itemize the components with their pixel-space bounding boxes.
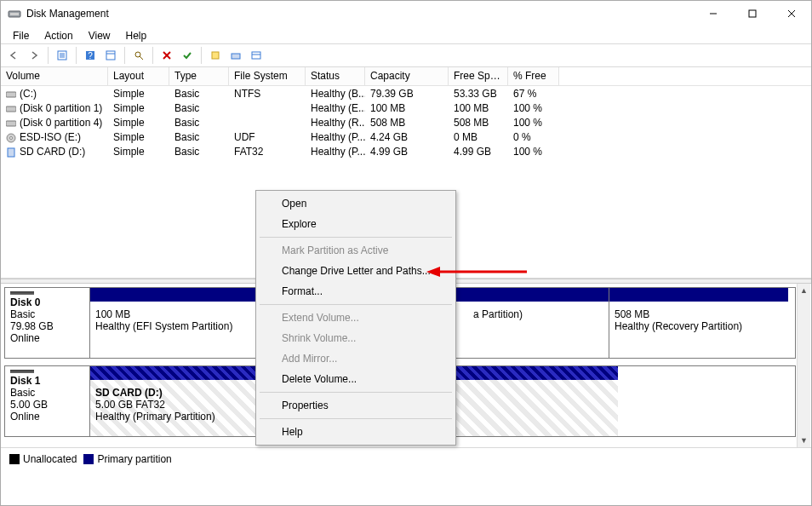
volume-status: Healthy (B...: [306, 88, 365, 100]
legend-unallocated: Unallocated: [23, 453, 77, 465]
disk-info[interactable]: Disk 1Basic5.00 GBOnline: [5, 366, 90, 436]
context-menu: Open Explore Mark Partition as Active Ch…: [255, 190, 456, 446]
svg-rect-18: [212, 52, 219, 59]
svg-rect-19: [232, 54, 240, 59]
disk-type: Basic: [10, 387, 84, 399]
col-capacity[interactable]: Capacity: [365, 67, 449, 86]
help-icon[interactable]: ?: [81, 46, 100, 65]
volume-capacity: 4.24 GB: [365, 131, 449, 143]
volume-fs: FAT32: [229, 146, 306, 158]
volume-pctfree: 100 %: [508, 146, 559, 158]
volume-pctfree: 100 %: [508, 102, 559, 114]
window-title: Disk Management: [26, 8, 694, 20]
svg-rect-1: [10, 13, 19, 15]
partition[interactable]: 100 MBHealthy (EFI System Partition): [90, 288, 260, 358]
partition-status: Healthy (EFI System Partition): [95, 320, 232, 332]
volume-icon: [6, 147, 16, 156]
rescan-icon[interactable]: [226, 46, 245, 65]
ctx-properties[interactable]: Properties: [258, 395, 454, 416]
volume-fs: NTFS: [229, 88, 306, 100]
col-layout[interactable]: Layout: [108, 67, 169, 86]
col-filesystem[interactable]: File System: [229, 67, 306, 86]
ctx-mark-active: Mark Partition as Active: [258, 240, 454, 261]
volume-layout: Simple: [108, 146, 169, 158]
partition-size: 508 MB: [615, 308, 649, 320]
svg-rect-24: [6, 121, 16, 126]
ctx-shrink-volume: Shrink Volume...: [258, 328, 454, 348]
volume-type: Basic: [169, 131, 229, 143]
ctx-format[interactable]: Format...: [258, 281, 454, 302]
legend-swatch-unallocated: [9, 454, 20, 464]
close-button[interactable]: [772, 1, 811, 26]
disk-state: Online: [10, 332, 84, 344]
settings-icon[interactable]: [101, 46, 120, 65]
volume-row[interactable]: (Disk 0 partition 1)SimpleBasicHealthy (…: [1, 101, 811, 115]
ctx-change-drive-letter[interactable]: Change Drive Letter and Paths...: [258, 261, 454, 281]
partition-status: a Partition): [473, 308, 523, 320]
volume-row[interactable]: ESD-ISO (E:)SimpleBasicUDFHealthy (P...4…: [1, 129, 811, 144]
partition-bar: [609, 288, 788, 302]
menu-action[interactable]: Action: [37, 28, 79, 43]
menubar: File Action View Help: [1, 26, 811, 43]
volume-pctfree: 100 %: [508, 117, 559, 129]
disk-info[interactable]: Disk 0Basic79.98 GBOnline: [5, 288, 90, 358]
volume-name: (C:): [20, 88, 37, 100]
volume-name: (Disk 0 partition 4): [20, 117, 102, 129]
volume-row[interactable]: (Disk 0 partition 4)SimpleBasicHealthy (…: [1, 115, 811, 129]
vertical-scrollbar[interactable]: ▲ ▼: [797, 284, 810, 447]
volume-icon: [6, 133, 16, 141]
volume-list-header: Volume Layout Type File System Status Ca…: [1, 67, 811, 86]
volume-pctfree: 67 %: [508, 88, 559, 100]
minimize-button[interactable]: [694, 1, 733, 26]
col-type[interactable]: Type: [169, 67, 229, 86]
volume-layout: Simple: [108, 131, 169, 143]
maximize-button[interactable]: [733, 1, 772, 26]
legend: Unallocated Primary partition: [1, 447, 811, 469]
disk-state: Online: [10, 411, 84, 423]
volume-fs: UDF: [229, 131, 306, 143]
disk-management-window: Disk Management File Action View Help ?: [0, 0, 812, 506]
scroll-down-icon[interactable]: ▼: [798, 434, 810, 447]
disk-name: Disk 1: [10, 375, 84, 387]
window-buttons: [694, 1, 811, 26]
col-pctfree[interactable]: % Free: [508, 67, 559, 86]
back-button[interactable]: [4, 46, 23, 65]
partition-size: 5.00 GB FAT32: [95, 399, 165, 411]
volume-type: Basic: [169, 102, 229, 114]
volume-row[interactable]: SD CARD (D:)SimpleBasicFAT32Healthy (P..…: [1, 144, 811, 158]
forward-button[interactable]: [25, 46, 43, 65]
col-status[interactable]: Status: [306, 67, 365, 86]
list-icon[interactable]: [247, 46, 266, 65]
delete-icon[interactable]: [157, 46, 176, 65]
disk-type: Basic: [10, 308, 84, 320]
svg-rect-22: [6, 92, 16, 97]
titlebar: Disk Management: [1, 1, 811, 26]
volume-layout: Simple: [108, 102, 169, 114]
volume-type: Basic: [169, 88, 229, 100]
new-icon[interactable]: [206, 46, 225, 65]
volume-status: Healthy (R...: [306, 117, 365, 129]
ctx-help[interactable]: Help: [258, 422, 454, 442]
volume-capacity: 100 MB: [365, 102, 449, 114]
menu-file[interactable]: File: [6, 28, 36, 43]
disk-icon: [10, 291, 34, 295]
ctx-explore[interactable]: Explore: [258, 214, 454, 234]
partition-title: SD CARD (D:): [95, 387, 163, 399]
annotation-arrow-icon: [426, 264, 529, 282]
col-volume[interactable]: Volume: [1, 67, 108, 86]
volume-row[interactable]: (C:)SimpleBasicNTFSHealthy (B...79.39 GB…: [1, 86, 811, 101]
volume-status: Healthy (E...: [306, 102, 365, 114]
scroll-up-icon[interactable]: ▲: [798, 284, 810, 297]
col-free[interactable]: Free Spa...: [449, 67, 508, 86]
ctx-open[interactable]: Open: [258, 193, 454, 214]
disk-size: 5.00 GB: [10, 399, 84, 411]
menu-view[interactable]: View: [82, 28, 117, 43]
find-icon[interactable]: [129, 46, 148, 65]
partition[interactable]: 508 MBHealthy (Recovery Partition): [609, 288, 788, 358]
menu-help[interactable]: Help: [119, 28, 154, 43]
check-icon[interactable]: [178, 46, 197, 65]
volume-name: SD CARD (D:): [20, 146, 85, 158]
show-hide-icon[interactable]: [53, 46, 71, 65]
ctx-delete-volume[interactable]: Delete Volume...: [258, 369, 454, 389]
volume-layout: Simple: [108, 117, 169, 129]
